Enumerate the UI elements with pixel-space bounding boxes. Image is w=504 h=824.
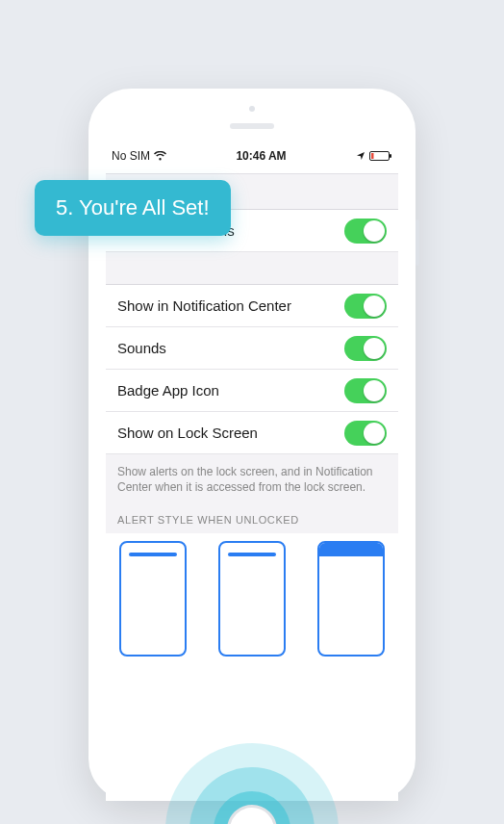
svg-rect-2 — [371, 153, 374, 159]
row-lock-screen[interactable]: Show on Lock Screen — [106, 412, 398, 454]
alert-style-banners[interactable] — [218, 541, 286, 657]
row-notification-center[interactable]: Show in Notification Center — [106, 285, 398, 327]
row-label: Sounds — [117, 340, 166, 356]
toggle-lock-screen[interactable] — [344, 421, 387, 446]
wifi-icon — [154, 151, 166, 161]
callout-banner: 5. You're All Set! — [35, 180, 231, 236]
speaker-slot — [230, 123, 274, 129]
alert-style-none[interactable] — [119, 541, 187, 657]
alert-style-alerts[interactable] — [317, 541, 385, 657]
camera-dot — [249, 106, 255, 112]
section-footer-text: Show alerts on the lock screen, and in N… — [106, 454, 398, 506]
side-button — [416, 219, 419, 266]
row-label: Show on Lock Screen — [117, 425, 258, 441]
toggle-sounds[interactable] — [344, 336, 387, 361]
section-spacer — [106, 252, 398, 285]
alert-style-row — [106, 533, 398, 657]
row-label: Badge App Icon — [117, 382, 219, 399]
location-icon — [356, 151, 365, 161]
svg-rect-1 — [390, 154, 391, 158]
callout-text: 5. You're All Set! — [56, 195, 210, 219]
toggle-badge[interactable] — [344, 378, 387, 403]
toggle-notification-center[interactable] — [344, 294, 387, 319]
battery-icon — [369, 150, 392, 162]
carrier-label: No SIM — [112, 149, 150, 163]
toggle-allow-notifications[interactable] — [344, 219, 387, 244]
section-header-alert-style: ALERT STYLE WHEN UNLOCKED — [106, 506, 398, 533]
status-bar: No SIM 10:46 AM — [106, 146, 398, 166]
row-badge[interactable]: Badge App Icon — [106, 370, 398, 412]
row-label: Show in Notification Center — [117, 297, 291, 314]
screen: No SIM 10:46 AM Allow Notifications — [106, 146, 398, 801]
row-sounds[interactable]: Sounds — [106, 327, 398, 370]
clock: 10:46 AM — [236, 149, 286, 163]
